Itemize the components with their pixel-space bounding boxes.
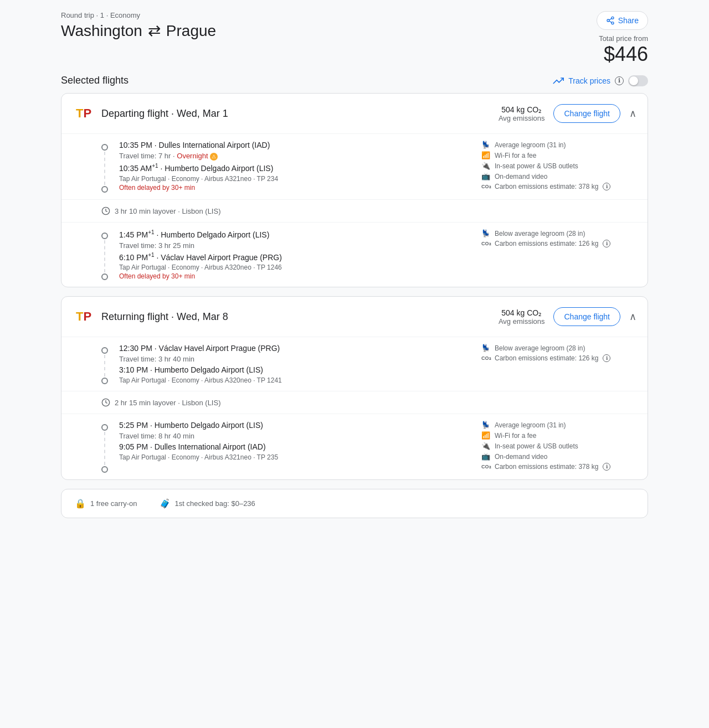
- return-amenity-legroom-1: 💺 Below average legroom (28 in): [481, 344, 636, 352]
- toggle-knob: [629, 76, 638, 85]
- section-title: Selected flights: [61, 75, 129, 86]
- timeline-circle-bottom-2: [101, 273, 108, 280]
- amenity-video-text: On-demand video: [495, 173, 547, 180]
- tap-logo-return: TP: [73, 306, 95, 328]
- section-header: Selected flights Track prices ℹ: [61, 75, 648, 86]
- return-amenity-power-text-2: In-seat power & USB outlets: [495, 442, 578, 450]
- wifi-icon: 📶: [481, 151, 490, 159]
- return-amenity-co2-text-2: Carbon emissions estimate: 378 kg: [495, 463, 598, 471]
- return-circle-top-1: [101, 347, 108, 354]
- amenity-co2-2: CO₂ Carbon emissions estimate: 126 kg ℹ: [481, 240, 636, 247]
- return-segment-content-1: 12:30 PM · Václav Havel Airport Prague (…: [119, 344, 470, 384]
- returning-co2: 504 kg CO₂ Avg emissions: [499, 308, 545, 326]
- return-amenity-video-2: 📺 On-demand video: [481, 452, 636, 461]
- header-left: Round trip · 1 · Economy Washington ⇄ Pr…: [61, 11, 216, 40]
- returning-segment-2: 5:25 PM · Humberto Delgado Airport (LIS)…: [61, 414, 648, 479]
- departing-co2-value: 504 kg CO₂: [499, 105, 545, 114]
- track-prices-info-icon: ℹ: [615, 76, 624, 85]
- return-amenity-co2-text-1: Carbon emissions estimate: 126 kg: [495, 354, 598, 362]
- carry-on-icon: 🔒: [75, 498, 86, 509]
- segment-row-2: 1:45 PM+1 · Humberto Delgado Airport (LI…: [101, 229, 636, 280]
- return-layover-text: 2 hr 15 min layover · Lisbon (LIS): [115, 399, 220, 407]
- returning-flight-header-right: 504 kg CO₂ Avg emissions Change flight ∧: [499, 307, 636, 326]
- return-circle-bottom-1: [101, 378, 108, 384]
- track-prices-toggle[interactable]: [628, 75, 648, 86]
- return-legroom-icon-2: 💺: [481, 421, 490, 429]
- amenity-power-text: In-seat power & USB outlets: [495, 162, 578, 170]
- svg-line-4: [609, 18, 612, 20]
- return-segment-row-1: 12:30 PM · Václav Havel Airport Prague (…: [101, 344, 636, 384]
- return-amenity-legroom-2: 💺 Average legroom (31 in): [481, 421, 636, 429]
- amenity-legroom: 💺 Average legroom (31 in): [481, 141, 636, 149]
- returning-amenities-1: 💺 Below average legroom (28 in) CO₂ Carb…: [481, 344, 636, 384]
- carry-on-text: 1 free carry-on: [90, 499, 137, 508]
- airline-info-2: Tap Air Portugal · Economy · Airbus A320…: [119, 264, 470, 271]
- return-amenity-video-text-2: On-demand video: [495, 453, 547, 461]
- warning-icon: ⚠: [210, 153, 218, 161]
- track-prices-container: Track prices ℹ: [553, 75, 648, 86]
- departing-co2-label: Avg emissions: [499, 114, 545, 122]
- delayed-1: Often delayed by 30+ min: [119, 184, 470, 192]
- departing-layover: 3 hr 10 min layover · Lisbon (LIS): [61, 199, 648, 222]
- trip-meta: Round trip · 1 · Economy: [61, 11, 216, 19]
- arrive-time-2: 6:10 PM+1 · Václav Havel Airport Prague …: [119, 252, 470, 262]
- departing-segment-2: 1:45 PM+1 · Humberto Delgado Airport (LI…: [61, 222, 648, 287]
- returning-change-flight-button[interactable]: Change flight: [553, 307, 620, 326]
- route-title: Washington ⇄ Prague: [61, 22, 216, 40]
- share-icon: [606, 16, 615, 25]
- track-prices-label[interactable]: Track prices: [568, 76, 610, 85]
- arrive-time-1: 10:35 AM+1 · Humberto Delgado Airport (L…: [119, 163, 470, 173]
- returning-layover: 2 hr 15 min layover · Lisbon (LIS): [61, 391, 648, 414]
- segment-timeline: [101, 141, 108, 193]
- departing-segment-1: 10:35 PM · Dulles International Airport …: [61, 133, 648, 199]
- layover-icon: [101, 206, 110, 215]
- return-dashed-line-2: [104, 432, 105, 465]
- departing-collapse-button[interactable]: ∧: [629, 107, 636, 120]
- amenity-legroom-text: Average legroom (31 in): [495, 141, 566, 149]
- return-amenity-power-2: 🔌 In-seat power & USB outlets: [481, 442, 636, 450]
- departing-flight-title: Departing flight · Wed, Mar 1: [101, 108, 228, 120]
- route-arrow: ⇄: [148, 22, 161, 40]
- returning-collapse-button[interactable]: ∧: [629, 311, 636, 323]
- return-amenity-wifi-text-2: Wi-Fi for a fee: [495, 432, 536, 440]
- amenity-legroom-2: 💺 Below average legroom (28 in): [481, 229, 636, 237]
- return-travel-time-1: Travel time: 3 hr 40 min: [119, 355, 470, 363]
- trending-icon: [553, 75, 564, 86]
- returning-flight-card: TP Returning flight · Wed, Mar 8 504 kg …: [61, 296, 648, 480]
- timeline-circle-top-2: [101, 233, 108, 239]
- svg-point-2: [612, 22, 614, 24]
- return-co2-icon-2: CO₂: [481, 464, 490, 469]
- svg-point-1: [607, 19, 609, 22]
- share-label: Share: [618, 16, 639, 25]
- route-to: Prague: [166, 22, 216, 40]
- amenity-video: 📺 On-demand video: [481, 172, 636, 180]
- amenity-legroom-text-2: Below average legroom (28 in): [495, 230, 585, 237]
- return-travel-time-2: Travel time: 8 hr 40 min: [119, 432, 470, 440]
- return-segment-row-2: 5:25 PM · Humberto Delgado Airport (LIS)…: [101, 421, 636, 473]
- departing-amenities-2: 💺 Below average legroom (28 in) CO₂ Carb…: [481, 229, 636, 280]
- departing-flight-header: TP Departing flight · Wed, Mar 1 504 kg …: [61, 94, 648, 133]
- departing-flight-card: TP Departing flight · Wed, Mar 1 504 kg …: [61, 93, 648, 287]
- return-wifi-icon-2: 📶: [481, 431, 490, 440]
- return-depart-time-2: 5:25 PM · Humberto Delgado Airport (LIS): [119, 421, 470, 430]
- return-depart-time-1: 12:30 PM · Václav Havel Airport Prague (…: [119, 344, 470, 353]
- total-price: $446: [597, 43, 648, 66]
- return-timeline-1: [101, 344, 108, 384]
- segment-content: 10:35 PM · Dulles International Airport …: [119, 141, 470, 193]
- total-label: Total price from: [597, 34, 648, 43]
- return-circle-bottom-2: [101, 466, 108, 473]
- timeline-dashed-line: [104, 152, 105, 185]
- amenity-co2-text: Carbon emissions estimate: 378 kg: [495, 183, 598, 190]
- departing-change-flight-button[interactable]: Change flight: [553, 104, 620, 123]
- share-button[interactable]: Share: [597, 11, 648, 30]
- returning-flight-header: TP Returning flight · Wed, Mar 8 504 kg …: [61, 297, 648, 337]
- delayed-2: Often delayed by 30+ min: [119, 272, 470, 280]
- return-segment-content-2: 5:25 PM · Humberto Delgado Airport (LIS)…: [119, 421, 470, 473]
- return-airline-info-2: Tap Air Portugal · Economy · Airbus A321…: [119, 453, 470, 461]
- amenity-co2: CO₂ Carbon emissions estimate: 378 kg ℹ: [481, 183, 636, 190]
- return-arrive-time-1: 3:10 PM · Humberto Delgado Airport (LIS): [119, 365, 470, 374]
- power-icon: 🔌: [481, 162, 490, 170]
- tap-logo: TP: [73, 102, 95, 125]
- return-amenity-co2-2: CO₂ Carbon emissions estimate: 378 kg ℹ: [481, 463, 636, 471]
- return-arrive-time-2: 9:05 PM · Dulles International Airport (…: [119, 442, 470, 451]
